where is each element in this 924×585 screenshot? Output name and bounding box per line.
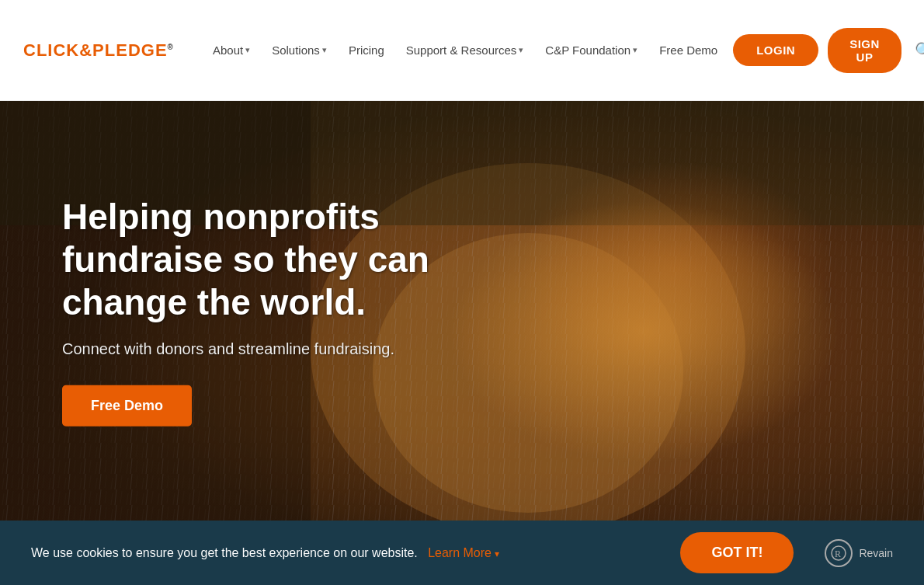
nav-item-pricing[interactable]: Pricing: [341, 37, 392, 63]
chevron-down-icon: ▾: [322, 45, 327, 55]
nav-support-label: Support & Resources: [406, 44, 517, 57]
logo-click: CLICK: [23, 40, 79, 60]
nav-foundation-label: C&P Foundation: [545, 44, 630, 57]
site-header: CLICK&PLEDGE® About ▾ Solutions ▾ Pricin…: [0, 0, 924, 101]
nav-free-demo-label: Free Demo: [659, 44, 717, 57]
cookie-message: We use cookies to ensure you get the bes…: [31, 546, 418, 559]
cookie-banner: We use cookies to ensure you get the bes…: [0, 521, 924, 585]
nav-item-support[interactable]: Support & Resources ▾: [398, 37, 532, 63]
main-nav: About ▾ Solutions ▾ Pricing Support & Re…: [205, 37, 725, 63]
chevron-down-icon: ▾: [633, 45, 637, 55]
logo-pledge: PLEDGE: [92, 40, 167, 60]
nav-pricing-label: Pricing: [349, 44, 384, 57]
search-button[interactable]: 🔍: [911, 37, 924, 64]
cookie-learn-more-link[interactable]: Learn More: [428, 546, 492, 559]
revain-logo-icon: R: [831, 545, 846, 561]
hero-section: Helping nonprofits fundraise so they can…: [0, 101, 924, 521]
svg-text:R: R: [835, 548, 841, 559]
logo-ampersand: &: [79, 40, 92, 60]
signup-button[interactable]: SIGN UP: [828, 28, 901, 73]
cookie-text: We use cookies to ensure you get the bes…: [31, 546, 665, 560]
logo-registered: ®: [168, 42, 174, 50]
logo[interactable]: CLICK&PLEDGE®: [23, 40, 174, 61]
cookie-got-it-button[interactable]: GOT IT!: [680, 532, 794, 573]
chevron-down-icon: ▾: [245, 45, 250, 55]
hero-free-demo-button[interactable]: Free Demo: [62, 385, 192, 426]
nav-buttons: LOGIN SIGN UP 🔍: [733, 28, 924, 73]
login-button[interactable]: LOGIN: [733, 34, 818, 66]
logo-text: CLICK&PLEDGE®: [23, 40, 174, 61]
hero-subtitle: Connect with donors and streamline fundr…: [62, 340, 528, 357]
chevron-down-icon: ▾: [519, 45, 523, 55]
hero-title: Helping nonprofits fundraise so they can…: [62, 196, 528, 325]
hero-content: Helping nonprofits fundraise so they can…: [62, 196, 528, 427]
revain-label: Revain: [859, 547, 893, 559]
nav-item-about[interactable]: About ▾: [205, 37, 258, 63]
nav-solutions-label: Solutions: [272, 44, 320, 57]
revain-badge: R Revain: [825, 539, 893, 567]
nav-about-label: About: [213, 44, 243, 57]
revain-icon: R: [825, 539, 853, 567]
nav-item-free-demo[interactable]: Free Demo: [651, 37, 725, 63]
search-icon: 🔍: [915, 42, 924, 59]
nav-item-foundation[interactable]: C&P Foundation ▾: [537, 37, 645, 63]
chevron-down-icon: ▾: [495, 548, 499, 559]
nav-item-solutions[interactable]: Solutions ▾: [264, 37, 335, 63]
